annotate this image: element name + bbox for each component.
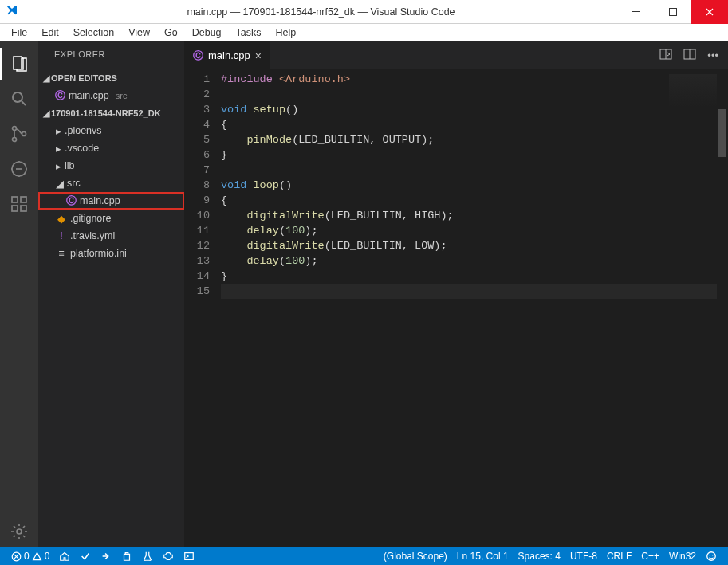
- split-editor-icon[interactable]: [683, 48, 696, 63]
- open-editors-header[interactable]: ◢ OPEN EDITORS: [38, 69, 184, 87]
- chevron-right-icon: ▸: [56, 125, 61, 137]
- svg-point-4: [13, 138, 17, 142]
- vertical-scrollbar[interactable]: [717, 69, 728, 547]
- code-editor[interactable]: 123456789101112131415 #include <Arduino.…: [184, 69, 728, 547]
- status-scope[interactable]: (Global Scope): [379, 547, 452, 565]
- code-line[interactable]: }: [221, 269, 728, 284]
- minimap[interactable]: [669, 74, 717, 122]
- workspace-header[interactable]: ◢ 170901-181544-NRF52_DK: [38, 104, 184, 122]
- svg-rect-10: [21, 197, 26, 202]
- folder-label: .vscode: [65, 143, 99, 154]
- menu-tasks[interactable]: Tasks: [230, 26, 268, 40]
- menu-view[interactable]: View: [122, 26, 156, 40]
- code-line[interactable]: [221, 87, 728, 102]
- vscode-logo-icon: [0, 4, 24, 19]
- menu-go[interactable]: Go: [158, 26, 184, 40]
- code-line[interactable]: #include <Arduino.h>: [221, 72, 728, 87]
- window-maximize-button[interactable]: [655, 0, 691, 24]
- code-line[interactable]: digitalWrite(LED_BUILTIN, HIGH);: [221, 208, 728, 223]
- code-line[interactable]: {: [221, 117, 728, 132]
- status-build-icon[interactable]: [75, 547, 96, 565]
- menu-edit[interactable]: Edit: [35, 26, 65, 40]
- folder-item-pioenvs[interactable]: ▸ .pioenvs: [38, 122, 184, 139]
- file-label: .gitignore: [70, 213, 111, 224]
- folder-item-vscode[interactable]: ▸ .vscode: [38, 139, 184, 157]
- code-line[interactable]: }: [221, 147, 728, 163]
- status-platform[interactable]: Win32: [664, 547, 701, 565]
- tab-label: main.cpp: [208, 49, 250, 61]
- activity-scm-icon[interactable]: [0, 118, 38, 150]
- svg-point-3: [13, 127, 17, 131]
- file-path: src: [116, 91, 128, 100]
- line-number: 14: [184, 269, 210, 284]
- code-content[interactable]: #include <Arduino.h> void setup(){ pinMo…: [221, 69, 728, 547]
- line-number: 4: [184, 117, 210, 132]
- svg-point-11: [17, 529, 22, 534]
- cpp-file-icon: Ⓒ: [192, 49, 203, 63]
- line-number: 3: [184, 102, 210, 117]
- code-line[interactable]: {: [221, 193, 728, 208]
- activity-search-icon[interactable]: [0, 83, 38, 115]
- status-line-col[interactable]: Ln 15, Col 1: [452, 547, 514, 565]
- chevron-down-icon: ◢: [41, 73, 51, 84]
- code-line[interactable]: delay(100);: [221, 253, 728, 269]
- status-encoding[interactable]: UTF-8: [565, 547, 602, 565]
- status-eol[interactable]: CRLF: [602, 547, 636, 565]
- activity-debug-icon[interactable]: [0, 153, 38, 185]
- svg-point-5: [22, 132, 26, 136]
- svg-point-17: [709, 555, 710, 556]
- status-terminal-icon[interactable]: [179, 547, 199, 565]
- status-test-icon[interactable]: [137, 547, 158, 565]
- window-titlebar: main.cpp — 170901-181544-nrf52_dk — Visu…: [0, 0, 728, 24]
- status-problems[interactable]: 0 0: [6, 547, 54, 565]
- close-icon[interactable]: ×: [255, 49, 262, 62]
- code-line[interactable]: [221, 163, 728, 178]
- code-line[interactable]: pinMode(LED_BUILTIN, OUTPUT);: [221, 132, 728, 147]
- activity-bar: [0, 41, 38, 547]
- file-label: .travis.yml: [70, 230, 115, 241]
- menu-file[interactable]: File: [5, 26, 33, 40]
- file-item--travis-yml[interactable]: ! .travis.yml: [38, 227, 184, 245]
- line-number: 11: [184, 223, 210, 238]
- activity-extensions-icon[interactable]: [0, 188, 38, 220]
- status-feedback-icon[interactable]: [701, 547, 722, 565]
- code-line[interactable]: void loop(): [221, 178, 728, 193]
- line-number: 9: [184, 193, 210, 208]
- open-editor-item[interactable]: Ⓒmain.cppsrc: [38, 87, 184, 104]
- file-item-platformio-ini[interactable]: ≡ platformio.ini: [38, 245, 184, 262]
- folder-item-lib[interactable]: ▸ lib: [38, 157, 184, 175]
- editor-tab-main-cpp[interactable]: Ⓒ main.cpp ×: [184, 41, 270, 69]
- window-close-button[interactable]: [691, 0, 728, 24]
- status-serial-icon[interactable]: [158, 547, 179, 565]
- activity-explorer-icon[interactable]: [0, 48, 38, 80]
- status-upload-icon[interactable]: [96, 547, 116, 565]
- explorer-sidebar: EXPLORER ◢ OPEN EDITORS Ⓒmain.cppsrc ◢ 1…: [38, 41, 184, 547]
- code-line[interactable]: delay(100);: [221, 223, 728, 238]
- status-language[interactable]: C++: [636, 547, 664, 565]
- activity-settings-icon[interactable]: [0, 516, 38, 547]
- line-number: 2: [184, 87, 210, 102]
- file-item--gitignore[interactable]: ◆ .gitignore: [38, 210, 184, 227]
- code-line[interactable]: void setup(): [221, 102, 728, 117]
- menu-selection[interactable]: Selection: [67, 26, 120, 40]
- menu-debug[interactable]: Debug: [186, 26, 228, 40]
- git-file-icon: ◆: [56, 213, 67, 225]
- status-clean-icon[interactable]: [116, 547, 137, 565]
- svg-rect-8: [12, 206, 18, 211]
- code-line[interactable]: digitalWrite(LED_BUILTIN, LOW);: [221, 238, 728, 253]
- more-icon[interactable]: •••: [707, 49, 718, 61]
- ini-file-icon: ≡: [56, 248, 67, 259]
- line-number: 15: [184, 284, 210, 299]
- svg-point-2: [13, 92, 22, 102]
- status-spaces[interactable]: Spaces: 4: [514, 547, 565, 565]
- status-home-icon[interactable]: [54, 547, 75, 565]
- file-label: main.cpp: [80, 195, 120, 206]
- menu-help[interactable]: Help: [270, 26, 303, 40]
- split-preview-icon[interactable]: [659, 48, 672, 63]
- chevron-right-icon: ▸: [56, 143, 61, 155]
- window-minimize-button[interactable]: [618, 0, 655, 24]
- code-line[interactable]: [221, 284, 728, 299]
- yaml-file-icon: !: [56, 230, 67, 241]
- folder-item-src[interactable]: ◢ src: [38, 175, 184, 192]
- file-item-main-cpp[interactable]: Ⓒ main.cpp: [38, 192, 184, 210]
